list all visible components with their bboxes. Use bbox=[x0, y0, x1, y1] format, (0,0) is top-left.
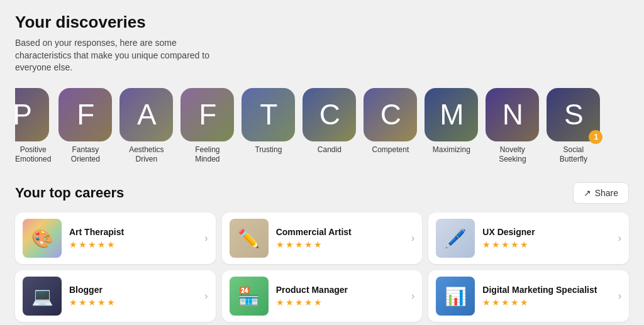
career-card-commercial-artist[interactable]: Commercial Artist★★★★★› bbox=[222, 212, 423, 264]
star-icon: ★ bbox=[314, 297, 322, 307]
star-icon: ★ bbox=[97, 240, 106, 250]
star-icon: ★ bbox=[69, 240, 77, 250]
trait-item-m[interactable]: MMaximizing bbox=[425, 88, 478, 155]
career-card-blogger[interactable]: Blogger★★★★★› bbox=[15, 270, 216, 322]
trait-badge-m: M bbox=[425, 88, 478, 141]
trait-badge-p: P bbox=[15, 88, 49, 141]
trait-item-f[interactable]: FFantasy Oriented bbox=[58, 88, 112, 165]
star-icon: ★ bbox=[501, 240, 509, 250]
career-card-digital-marketing[interactable]: Digital Marketing Specialist★★★★★› bbox=[428, 270, 629, 322]
career-stars-product-manager: ★★★★★ bbox=[276, 297, 404, 307]
trait-item-t[interactable]: TTrusting bbox=[242, 88, 295, 155]
career-name-commercial-artist: Commercial Artist bbox=[276, 227, 404, 237]
star-icon: ★ bbox=[286, 297, 294, 307]
career-stars-digital-marketing: ★★★★★ bbox=[482, 297, 610, 307]
career-card-product-manager[interactable]: Product Manager★★★★★› bbox=[222, 270, 423, 322]
career-name-blogger: Blogger bbox=[69, 285, 197, 295]
trait-label-a: Aesthetics Driven bbox=[129, 145, 164, 165]
star-icon: ★ bbox=[314, 240, 322, 250]
career-info-ux-designer: UX Designer★★★★★ bbox=[482, 227, 610, 250]
star-icon: ★ bbox=[79, 297, 87, 307]
careers-grid: Art Therapist★★★★★›Commercial Artist★★★★… bbox=[15, 212, 629, 322]
star-icon: ★ bbox=[304, 297, 313, 307]
trait-label-m: Maximizing bbox=[433, 145, 470, 155]
trait-label-c2: Competent bbox=[372, 145, 409, 155]
careers-header: Your top careers ↗︎ Share bbox=[15, 182, 629, 204]
trait-corner-badge: 1 bbox=[589, 130, 602, 144]
star-icon: ★ bbox=[295, 240, 303, 250]
trait-badge-c1: C bbox=[303, 88, 356, 141]
discoveries-subtitle: Based on your responses, here are some c… bbox=[15, 37, 229, 74]
chevron-right-icon: › bbox=[618, 233, 621, 244]
star-icon: ★ bbox=[276, 297, 284, 307]
trait-item-s[interactable]: S1Social Butterfly bbox=[547, 88, 600, 165]
star-icon: ★ bbox=[97, 297, 106, 307]
career-stars-art-therapist: ★★★★★ bbox=[69, 240, 197, 250]
trait-badge-n: N bbox=[486, 88, 539, 141]
career-name-ux-designer: UX Designer bbox=[482, 227, 610, 237]
trait-label-p: Positive Emotioned bbox=[15, 145, 51, 165]
trait-label-n: Novelty Seeking bbox=[499, 145, 526, 165]
star-icon: ★ bbox=[520, 240, 528, 250]
trait-label-s: Social Butterfly bbox=[560, 145, 587, 165]
trait-badge-a: A bbox=[119, 88, 173, 141]
star-icon: ★ bbox=[492, 297, 500, 307]
traits-row: PPositive EmotionedFFantasy OrientedAAes… bbox=[15, 88, 629, 165]
star-icon: ★ bbox=[79, 240, 87, 250]
star-icon: ★ bbox=[88, 297, 96, 307]
trait-label-ft: Feeling Minded bbox=[195, 145, 219, 165]
career-stars-blogger: ★★★★★ bbox=[69, 297, 197, 307]
career-info-art-therapist: Art Therapist★★★★★ bbox=[69, 227, 197, 250]
star-icon: ★ bbox=[107, 297, 115, 307]
trait-label-t: Trusting bbox=[255, 145, 282, 155]
trait-badge-t: T bbox=[242, 88, 295, 141]
career-info-digital-marketing: Digital Marketing Specialist★★★★★ bbox=[482, 285, 610, 307]
career-name-digital-marketing: Digital Marketing Specialist bbox=[482, 285, 610, 295]
career-card-ux-designer[interactable]: UX Designer★★★★★› bbox=[428, 212, 629, 264]
star-icon: ★ bbox=[501, 297, 509, 307]
career-image-digital-marketing bbox=[436, 277, 475, 316]
star-icon: ★ bbox=[286, 240, 294, 250]
trait-badge-f: F bbox=[58, 88, 112, 141]
chevron-right-icon: › bbox=[411, 233, 414, 244]
career-stars-commercial-artist: ★★★★★ bbox=[276, 240, 404, 250]
trait-item-n[interactable]: NNovelty Seeking bbox=[486, 88, 539, 165]
star-icon: ★ bbox=[304, 240, 313, 250]
share-button[interactable]: ↗︎ Share bbox=[573, 182, 629, 204]
career-name-art-therapist: Art Therapist bbox=[69, 227, 197, 237]
trait-label-f: Fantasy Oriented bbox=[71, 145, 100, 165]
career-image-product-manager bbox=[230, 277, 269, 316]
career-card-art-therapist[interactable]: Art Therapist★★★★★› bbox=[15, 212, 216, 264]
trait-item-a[interactable]: AAesthetics Driven bbox=[119, 88, 173, 165]
career-info-blogger: Blogger★★★★★ bbox=[69, 285, 197, 307]
chevron-right-icon: › bbox=[618, 290, 621, 302]
star-icon: ★ bbox=[492, 240, 500, 250]
career-image-art-therapist bbox=[23, 219, 62, 258]
chevron-right-icon: › bbox=[204, 290, 208, 302]
star-icon: ★ bbox=[482, 297, 491, 307]
career-image-ux-designer bbox=[436, 219, 475, 258]
career-name-product-manager: Product Manager bbox=[276, 285, 404, 295]
careers-section-title: Your top careers bbox=[15, 185, 124, 201]
page-container: Your discoveries Based on your responses… bbox=[0, 0, 644, 325]
trait-badge-ft: F bbox=[180, 88, 234, 141]
star-icon: ★ bbox=[276, 240, 284, 250]
star-icon: ★ bbox=[511, 240, 519, 250]
trait-label-c1: Candid bbox=[318, 145, 341, 155]
share-icon: ↗︎ bbox=[584, 188, 591, 198]
career-image-blogger bbox=[23, 277, 62, 316]
trait-item-c1[interactable]: CCandid bbox=[303, 88, 356, 155]
star-icon: ★ bbox=[511, 297, 519, 307]
star-icon: ★ bbox=[295, 297, 303, 307]
trait-badge-c2: C bbox=[364, 88, 417, 141]
trait-item-p[interactable]: PPositive Emotioned bbox=[15, 88, 51, 165]
trait-item-c2[interactable]: CCompetent bbox=[364, 88, 417, 155]
share-label: Share bbox=[595, 188, 618, 198]
discoveries-title: Your discoveries bbox=[15, 13, 629, 32]
chevron-right-icon: › bbox=[204, 233, 208, 244]
star-icon: ★ bbox=[520, 297, 528, 307]
star-icon: ★ bbox=[107, 240, 115, 250]
trait-item-ft[interactable]: FFeeling Minded bbox=[180, 88, 234, 165]
star-icon: ★ bbox=[88, 240, 96, 250]
star-icon: ★ bbox=[69, 297, 77, 307]
